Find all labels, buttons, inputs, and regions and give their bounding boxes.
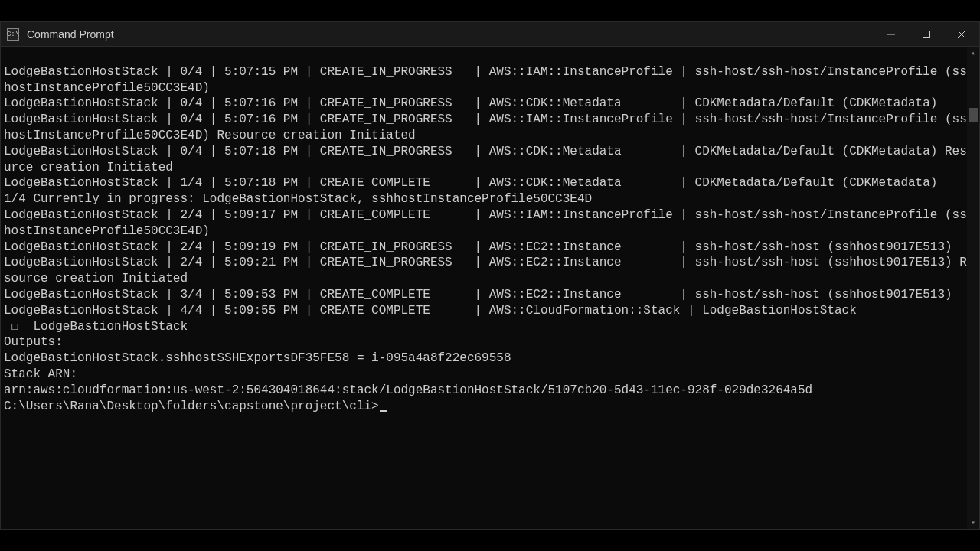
- output-line: ☐ LodgeBastionHostStack: [4, 319, 976, 335]
- output-line: LodgeBastionHostStack | 0/4 | 5:07:16 PM…: [4, 112, 976, 144]
- terminal-output[interactable]: LodgeBastionHostStack | 0/4 | 5:07:15 PM…: [1, 47, 979, 529]
- scroll-down-arrow[interactable]: ▾: [967, 517, 979, 529]
- vertical-scrollbar[interactable]: ▴ ▾: [967, 47, 979, 529]
- scroll-up-arrow[interactable]: ▴: [967, 47, 979, 59]
- output-line: LodgeBastionHostStack | 2/4 | 5:09:17 PM…: [4, 207, 976, 240]
- prompt-line: C:\Users\Rana\Desktop\folders\capstone\p…: [4, 399, 976, 415]
- window-title: Command Prompt: [27, 28, 874, 41]
- output-line: LodgeBastionHostStack | 0/4 | 5:07:18 PM…: [4, 144, 976, 176]
- output-line: arn:aws:cloudformation:us-west-2:5043040…: [4, 383, 976, 399]
- output-line: LodgeBastionHostStack | 1/4 | 5:07:18 PM…: [4, 175, 976, 191]
- close-button[interactable]: [944, 22, 979, 47]
- maximize-icon: [923, 31, 930, 38]
- output-line: Stack ARN:: [4, 367, 976, 383]
- cmd-icon: C:\: [7, 28, 19, 41]
- output-line: LodgeBastionHostStack.sshhostSSHExportsD…: [4, 350, 976, 367]
- output-line: LodgeBastionHostStack | 4/4 | 5:09:55 PM…: [4, 303, 976, 319]
- minimize-icon: [887, 31, 895, 38]
- svg-rect-1: [923, 31, 930, 37]
- output-line: LodgeBastionHostStack | 0/4 | 5:07:16 PM…: [4, 96, 976, 112]
- prompt-text: C:\Users\Rana\Desktop\folders\capstone\p…: [4, 399, 379, 413]
- titlebar[interactable]: C:\ Command Prompt: [1, 22, 979, 47]
- cursor: [380, 410, 387, 412]
- output-line: LodgeBastionHostStack | 2/4 | 5:09:21 PM…: [4, 255, 976, 287]
- output-line: Outputs:: [4, 334, 976, 350]
- minimize-button[interactable]: [874, 22, 909, 47]
- scroll-thumb[interactable]: [969, 108, 978, 122]
- window-controls: [874, 22, 979, 47]
- command-prompt-window: C:\ Command Prompt LodgeBastionHostStack…: [0, 21, 980, 530]
- output-line: LodgeBastionHostStack | 2/4 | 5:09:19 PM…: [4, 240, 976, 256]
- maximize-button[interactable]: [909, 22, 944, 47]
- close-icon: [958, 31, 965, 38]
- output-line: LodgeBastionHostStack | 0/4 | 5:07:15 PM…: [4, 64, 976, 96]
- output-line: 1/4 Currently in progress: LodgeBastionH…: [4, 191, 976, 207]
- output-line: LodgeBastionHostStack | 3/4 | 5:09:53 PM…: [4, 287, 976, 303]
